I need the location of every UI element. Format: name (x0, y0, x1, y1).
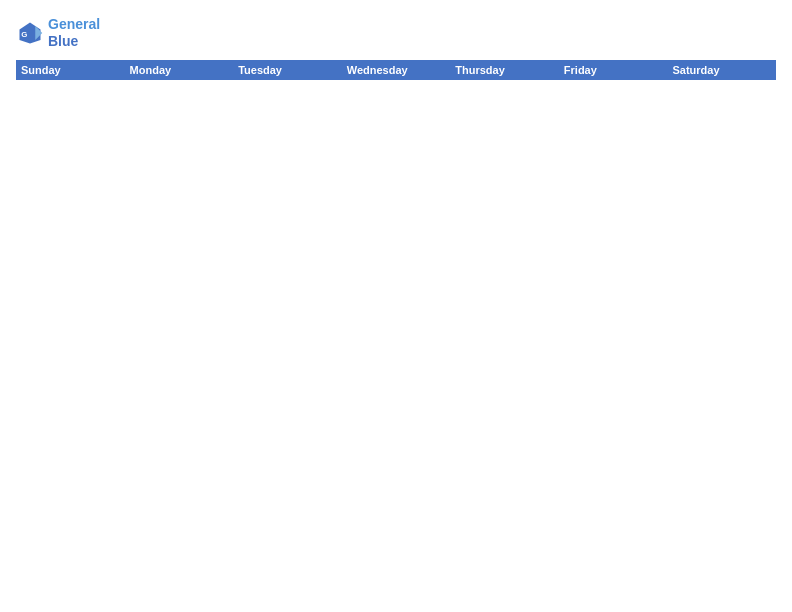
calendar: SundayMondayTuesdayWednesdayThursdayFrid… (16, 60, 776, 596)
calendar-header-day: Saturday (667, 60, 776, 80)
calendar-header-day: Sunday (16, 60, 125, 80)
logo: G General Blue (16, 16, 100, 50)
calendar-header-day: Thursday (450, 60, 559, 80)
calendar-header-day: Friday (559, 60, 668, 80)
calendar-body (16, 80, 776, 596)
calendar-header-day: Monday (125, 60, 234, 80)
calendar-header: SundayMondayTuesdayWednesdayThursdayFrid… (16, 60, 776, 80)
calendar-header-day: Wednesday (342, 60, 451, 80)
svg-text:G: G (21, 29, 27, 38)
header: G General Blue (16, 16, 776, 50)
page: G General Blue SundayMondayTuesdayWednes… (0, 0, 792, 612)
calendar-header-day: Tuesday (233, 60, 342, 80)
logo-text: General Blue (48, 16, 100, 50)
logo-icon: G (16, 19, 44, 47)
